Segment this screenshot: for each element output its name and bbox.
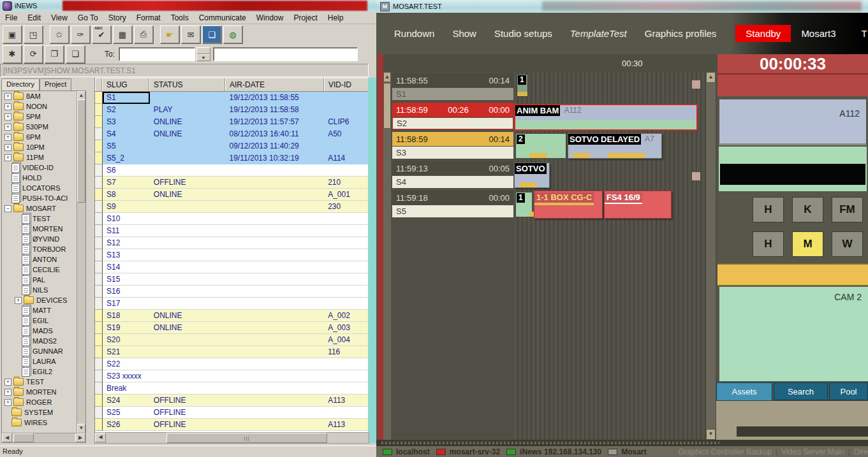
table-row[interactable]: S5_219/11/2013 10:32:19A114 — [95, 152, 369, 164]
tree-item-6pm[interactable]: +6PM — [2, 132, 85, 142]
cell-slug[interactable]: S5 — [103, 140, 150, 152]
tree-item-egil2[interactable]: EGIL2 — [2, 366, 85, 377]
tree-item-noon[interactable]: +NOON — [2, 101, 85, 112]
mosart-tab-extra[interactable]: T — [862, 28, 867, 39]
table-row[interactable]: S3ONLINE19/12/2013 11:57:57CLIP6 — [95, 116, 369, 128]
cell-slug[interactable]: S8 — [103, 189, 150, 201]
cell-slug[interactable]: S2 — [103, 104, 150, 116]
hotkey-fm[interactable]: FM — [832, 197, 863, 222]
hotkey-w[interactable]: W — [832, 231, 863, 257]
tree-item-cecilie[interactable]: CECILIE — [2, 265, 85, 275]
cell-slug[interactable]: S20 — [103, 334, 150, 346]
expand-plus-icon[interactable]: + — [4, 113, 11, 120]
profile-label[interactable]: Mosart3 — [801, 28, 835, 39]
timeline-block[interactable]: 1 — [515, 192, 533, 217]
tree-item-øyvind[interactable]: ØYVIND — [2, 234, 85, 244]
timeline-row-s5[interactable]: 11:59:1800:00S511-1 BOX CG-CFS4 16/9 — [392, 191, 706, 219]
scroll-down-arrow[interactable]: ▼ — [706, 429, 716, 440]
page-button[interactable]: ❏ — [202, 25, 221, 43]
menu-format[interactable]: Format — [131, 12, 166, 24]
cell-slug[interactable]: S7 — [103, 177, 150, 189]
menu-story[interactable]: Story — [103, 12, 131, 24]
mosart-tab-show[interactable]: Show — [452, 28, 476, 39]
expand-plus-icon[interactable]: + — [4, 103, 11, 110]
cell-slug[interactable]: S24 — [103, 395, 150, 407]
table-row[interactable]: S12 — [95, 237, 369, 249]
hotkey-m[interactable]: M — [792, 231, 823, 257]
header-status[interactable]: STATUS — [149, 78, 225, 91]
timeline-bottom-scrollbar[interactable] — [376, 440, 868, 446]
tree-item-egil[interactable]: EGIL — [2, 316, 85, 326]
cell-slug[interactable]: S17 — [103, 298, 150, 310]
timeline-right-scrollbar[interactable]: ▲ ▼ — [706, 72, 716, 440]
table-row[interactable]: S24OFFLINEA113 — [95, 395, 369, 407]
header-vid-id[interactable]: VID-ID — [324, 78, 369, 91]
table-row[interactable]: S119/12/2013 11:58:55 — [95, 92, 369, 104]
collapse-minus-icon[interactable]: − — [4, 205, 11, 212]
timeline-block[interactable]: SOTVO DELAYEDA7 — [568, 133, 662, 159]
tree-item-torbjor[interactable]: TORBJOR — [2, 244, 85, 254]
cell-slug[interactable]: S13 — [103, 249, 150, 261]
menu-communicate[interactable]: Communicate — [194, 12, 251, 24]
expand-plus-icon[interactable]: + — [4, 93, 11, 100]
tab-search[interactable]: Search — [774, 382, 828, 400]
table-row[interactable]: S8ONLINEA_001 — [95, 189, 369, 201]
cell-slug[interactable]: S9 — [103, 201, 150, 213]
chevron-down-icon[interactable]: ▼ — [196, 54, 210, 61]
scroll-up-arrow[interactable]: ▲ — [706, 72, 716, 83]
table-row[interactable]: S22 — [95, 358, 369, 370]
table-row[interactable]: Break — [95, 382, 369, 395]
redo-button[interactable]: ⟳ — [24, 45, 43, 63]
tree-item-test[interactable]: +TEST — [2, 377, 85, 387]
open-rundown-button[interactable]: ▣ — [3, 25, 22, 43]
timeline-block[interactable]: 1-1 BOX CG-C — [534, 191, 603, 219]
table-row[interactable]: S6 — [95, 164, 369, 177]
copy-pages-button[interactable]: ❐ — [45, 45, 64, 63]
tree-item-gunnar[interactable]: GUNNAR — [2, 346, 85, 356]
menu-file[interactable]: File — [0, 12, 22, 24]
pointer-button[interactable]: ☛ — [160, 25, 179, 43]
tree-item-matt[interactable]: MATT — [2, 305, 85, 316]
table-row[interactable]: S20A_004 — [95, 334, 369, 346]
menu-window[interactable]: Window — [251, 12, 289, 24]
timeline-block[interactable]: FS4 16/9 — [604, 191, 672, 219]
new-story-button[interactable]: ✩ — [50, 25, 69, 43]
table-row[interactable]: S4ONLINE08/12/2013 16:40:11A50 — [95, 128, 369, 140]
tree-item-mads2[interactable]: MADS2 — [2, 336, 85, 346]
table-row[interactable]: S18ONLINEA_002 — [95, 310, 369, 322]
print-button[interactable]: ⎙ — [134, 25, 153, 43]
cell-slug[interactable]: S21 — [103, 346, 150, 358]
scroll-thumb[interactable]: ||| — [166, 433, 327, 443]
mosart-tab-rundown[interactable]: Rundown — [394, 28, 434, 39]
cell-slug[interactable]: S22 — [103, 358, 150, 370]
tab-project[interactable]: Project — [40, 78, 71, 91]
cell-slug[interactable]: S25 — [103, 407, 150, 419]
menu-project[interactable]: Project — [288, 12, 322, 24]
cell-slug[interactable]: S4 — [103, 128, 150, 140]
tree-item-530pm[interactable]: +530PM — [2, 122, 85, 132]
tab-assets[interactable]: Assets — [716, 382, 772, 400]
cell-slug[interactable]: S14 — [103, 261, 150, 273]
tree-item-5pm[interactable]: +5PM — [2, 112, 85, 122]
small-page-button[interactable]: ❏ — [66, 45, 85, 63]
to-input[interactable] — [119, 47, 195, 61]
table-row[interactable]: S13 — [95, 249, 369, 261]
expand-plus-icon[interactable]: + — [4, 389, 11, 396]
table-row[interactable]: S9230 — [95, 201, 369, 213]
table-row[interactable]: S11 — [95, 225, 369, 237]
scroll-up-arrow[interactable]: ▲ — [383, 72, 391, 82]
expand-plus-icon[interactable]: + — [4, 144, 11, 151]
open-window-button[interactable]: ◳ — [24, 25, 43, 43]
tree-item-wires[interactable]: WIRES — [2, 417, 85, 428]
table-row[interactable]: S25OFFLINE — [95, 407, 369, 419]
menu-go-to[interactable]: Go To — [73, 12, 103, 24]
tree-item-test[interactable]: TEST — [2, 214, 85, 224]
cell-slug[interactable]: S12 — [103, 237, 150, 249]
mail-button[interactable]: ✉ — [181, 25, 200, 43]
mosart-tab-studio-setups[interactable]: Studio setups — [494, 28, 552, 39]
timeline-row-s4[interactable]: 11:59:1300:05S4SOTVO — [392, 161, 706, 189]
tree-item-mads[interactable]: MADS — [2, 326, 85, 336]
cell-slug[interactable]: S15 — [103, 273, 150, 286]
scroll-thumb[interactable] — [77, 99, 85, 203]
tree-item-11pm[interactable]: +11PM — [2, 152, 85, 163]
